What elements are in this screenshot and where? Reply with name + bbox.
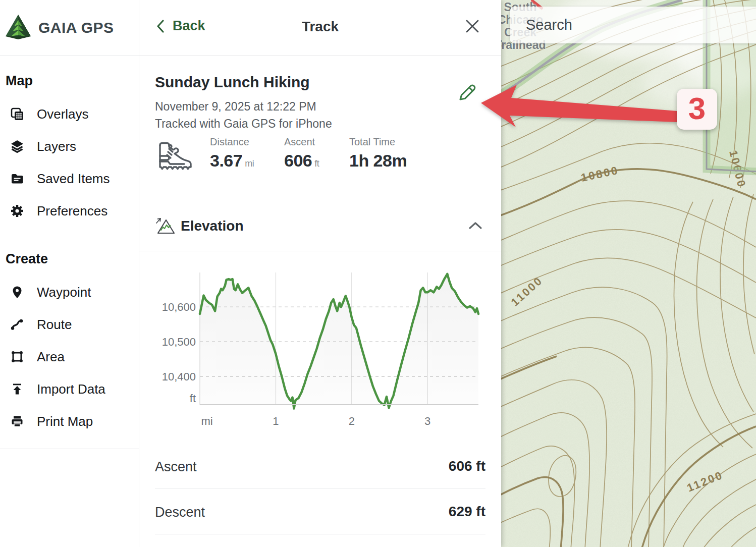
stat-ascent-value: 606 — [284, 151, 312, 170]
track-title: Sunday Lunch Hiking — [155, 74, 310, 91]
sidebar: GAIA GPS Map Overlays — [0, 0, 139, 547]
stat-ascent-unit: ft — [314, 158, 319, 169]
topo-map-canvas: 10800 11000 11200 10600 — [501, 0, 756, 547]
panel-title: Track — [139, 19, 501, 35]
panel-header: Back Track — [139, 0, 501, 56]
sidebar-item-layers[interactable]: Layers — [0, 130, 139, 162]
sidebar-item-import-data[interactable]: Import Data — [0, 373, 139, 405]
track-stats: Distance 3.67mi Ascent 606ft Total Time … — [139, 136, 501, 182]
folder-icon — [10, 172, 24, 186]
svg-text:2: 2 — [349, 415, 355, 427]
sidebar-section-title-map: Map — [6, 73, 139, 89]
search-input[interactable]: Search — [510, 7, 756, 43]
descent-value: 629 ft — [449, 504, 485, 520]
sidebar-item-label: Print Map — [37, 414, 93, 429]
sidebar-item-label: Preferences — [37, 203, 107, 219]
elevation-section-header[interactable]: Elevation — [139, 216, 501, 238]
sidebar-item-area[interactable]: Area — [0, 341, 139, 373]
sidebar-section-create: Create Waypoint Route — [0, 251, 139, 437]
svg-text:3: 3 — [424, 415, 430, 427]
brand-name: GAIA GPS — [38, 19, 114, 36]
chart-y-tick-labels: 10,40010,50010,600 — [162, 301, 196, 383]
sidebar-item-print-map[interactable]: Print Map — [0, 405, 139, 437]
waypoint-pin-icon — [10, 285, 24, 299]
elevation-mountain-icon — [155, 216, 175, 236]
sidebar-item-overlays[interactable]: Overlays — [0, 98, 139, 130]
track-panel: Back Track Sunday Lunch Hiking November … — [139, 0, 501, 547]
edit-pencil-icon[interactable] — [457, 81, 479, 103]
sidebar-item-label: Route — [37, 317, 72, 333]
divider — [155, 534, 485, 534]
sidebar-section-map: Map Overlays Layers — [0, 56, 139, 227]
sidebar-item-label: Waypoint — [37, 285, 91, 300]
stat-ascent: Ascent 606ft — [284, 136, 319, 171]
descent-label: Descent — [155, 505, 205, 520]
stat-distance: Distance 3.67mi — [210, 136, 254, 171]
overlays-icon — [10, 107, 24, 121]
track-source: Tracked with Gaia GPS for iPhone — [155, 115, 332, 132]
hiking-boot-icon — [154, 139, 194, 177]
stat-distance-value: 3.67 — [210, 151, 242, 170]
divider — [155, 488, 485, 488]
ascent-label: Ascent — [155, 459, 197, 475]
area-icon — [10, 350, 24, 364]
svg-text:10,600: 10,600 — [162, 301, 196, 313]
elevation-section-title: Elevation — [181, 218, 243, 234]
track-date: November 9, 2025 at 12:22 PM — [155, 98, 332, 115]
route-icon — [10, 317, 24, 332]
printer-icon — [10, 414, 24, 428]
sidebar-item-route[interactable]: Route — [0, 308, 139, 341]
sidebar-item-label: Import Data — [37, 381, 105, 397]
chevron-up-icon[interactable] — [468, 221, 482, 230]
detail-row-descent: Descent 629 ft — [155, 498, 485, 528]
chart-x-tick-labels: 123 — [273, 415, 430, 427]
chart-area-fill — [200, 274, 478, 409]
sidebar-divider — [0, 449, 139, 449]
topo-map[interactable]: 10800 11000 11200 10600 South Chicago Cr… — [501, 0, 756, 547]
search-placeholder: Search — [526, 17, 572, 33]
svg-text:10,500: 10,500 — [162, 336, 196, 348]
stat-total-time-value: 1h 28m — [349, 151, 407, 170]
elevation-chart[interactable]: 10,40010,50010,600 ft 123 mi — [151, 262, 500, 429]
detail-row-ascent: Ascent 606 ft — [155, 452, 485, 482]
chart-x-unit-label: mi — [201, 415, 212, 427]
gaia-gps-app: GAIA GPS Map Overlays — [0, 0, 756, 547]
layers-icon — [10, 139, 24, 153]
sidebar-item-label: Saved Items — [37, 171, 110, 187]
chart-y-unit-label: ft — [190, 392, 196, 405]
brand-logo-row[interactable]: GAIA GPS — [0, 0, 139, 56]
stat-total-time: Total Time 1h 28m — [349, 136, 407, 171]
ascent-value: 606 ft — [449, 458, 485, 474]
sidebar-section-title-create: Create — [6, 251, 139, 267]
close-icon[interactable] — [464, 18, 480, 34]
sidebar-item-label: Area — [37, 349, 65, 365]
gaia-logo-icon — [4, 13, 32, 42]
sidebar-item-preferences[interactable]: Preferences — [0, 195, 139, 227]
import-icon — [10, 382, 24, 396]
divider — [139, 251, 501, 251]
sidebar-item-waypoint[interactable]: Waypoint — [0, 276, 139, 308]
sidebar-item-label: Overlays — [37, 106, 89, 122]
sidebar-item-label: Layers — [37, 139, 76, 154]
track-meta: November 9, 2025 at 12:22 PM Tracked wit… — [155, 98, 332, 132]
stat-distance-unit: mi — [245, 158, 254, 169]
svg-text:10,400: 10,400 — [162, 370, 196, 383]
svg-text:1: 1 — [273, 415, 279, 427]
sidebar-item-saved-items[interactable]: Saved Items — [0, 162, 139, 195]
gear-icon — [10, 204, 24, 218]
